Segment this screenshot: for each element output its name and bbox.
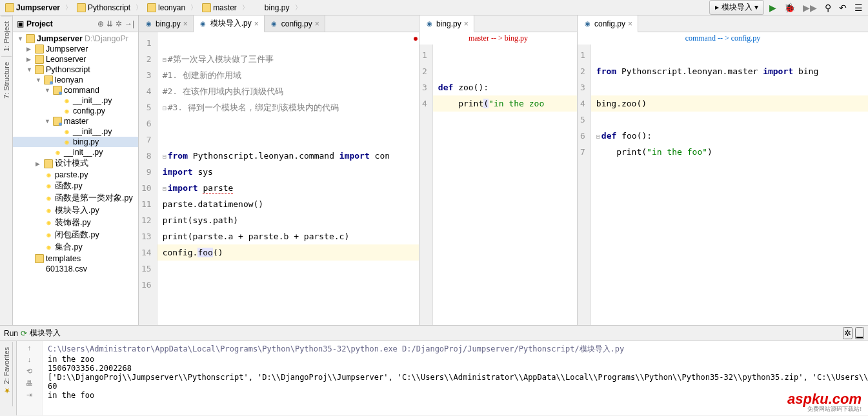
breadcrumb-item[interactable]: Jumpserver xyxy=(3,2,63,14)
code-line[interactable]: print("in the foo") xyxy=(591,144,868,160)
tree-item[interactable]: config.py xyxy=(13,106,138,116)
close-icon[interactable]: × xyxy=(315,19,319,28)
code-line[interactable]: ⊟#第一次导入模块做了三件事 xyxy=(157,51,419,67)
code-line[interactable]: config.foo() xyxy=(157,244,419,261)
code-line[interactable]: def zoo(): xyxy=(433,79,577,95)
code-content[interactable]: from Pythonscript.leonyan.master import … xyxy=(591,45,868,325)
settings-button[interactable]: ☰ xyxy=(852,1,865,14)
code-line[interactable] xyxy=(591,112,868,128)
search-button[interactable]: ⚲ xyxy=(822,1,834,14)
tree-item[interactable]: 闭包函数.py xyxy=(13,229,138,241)
tree-item[interactable]: 装饰器.py xyxy=(13,217,138,229)
code-line[interactable]: #2. 在该作用域内执行顶级代码 xyxy=(157,83,419,99)
print-icon[interactable]: 🖶 xyxy=(26,379,33,387)
breadcrumb-item[interactable]: bing.py xyxy=(251,2,292,14)
editor-tab[interactable]: ◉config.py× xyxy=(265,15,325,32)
code-editor[interactable]: 1234567 from Pythonscript.leonyan.master… xyxy=(578,45,868,325)
code-editor[interactable]: 1234 def zoo(): print("in the zoo xyxy=(419,45,577,325)
tree-item[interactable]: __init__.py xyxy=(13,95,138,106)
tree-item[interactable]: ▼command xyxy=(13,85,138,95)
code-editor[interactable]: 12345678910111213141516 ●⊟#第一次导入模块做了三件事#… xyxy=(139,32,419,325)
code-line[interactable] xyxy=(591,47,868,63)
tree-item[interactable]: ▼leonyan xyxy=(13,75,138,85)
minimize-icon[interactable]: ▁ xyxy=(855,327,864,339)
debug-button[interactable]: 🐞 xyxy=(782,1,798,14)
run-button[interactable]: ▶ xyxy=(767,1,779,14)
editor-tab[interactable]: ◉config.py× xyxy=(578,15,638,32)
code-content[interactable]: ●⊟#第一次导入模块做了三件事#1. 创建新的作用域#2. 在该作用域内执行顶级… xyxy=(157,32,419,325)
scroll-icon[interactable]: ⇥ xyxy=(26,391,32,399)
code-line[interactable]: ⊟from Pythonscript.leonyan.command impor… xyxy=(157,148,419,164)
breadcrumb-item[interactable]: leonyan xyxy=(145,2,188,14)
tree-item[interactable]: templates xyxy=(13,253,138,264)
code-line[interactable] xyxy=(433,63,577,79)
code-line[interactable]: print(parste.a + parste.b + parste.c) xyxy=(157,228,419,244)
project-tool-tab[interactable]: 1: Project xyxy=(1,15,12,56)
editor-tab[interactable]: ◉模块导入.py× xyxy=(194,15,265,32)
close-icon[interactable]: × xyxy=(628,19,632,28)
tree-item[interactable]: __init__.py xyxy=(13,126,138,137)
down-icon[interactable]: ↓ xyxy=(28,355,32,363)
tree-item[interactable]: ▶Leonserver xyxy=(13,54,138,64)
tree-item[interactable]: 函数是第一类对象.py xyxy=(13,192,138,204)
code-content[interactable]: def zoo(): print("in the zoo xyxy=(433,45,577,325)
code-line[interactable]: #1. 创建新的作用域 xyxy=(157,67,419,83)
structure-tool-tab[interactable]: 7: Structure xyxy=(1,56,12,104)
editor-tab[interactable]: ◉bing.py× xyxy=(139,15,194,32)
tree-item[interactable]: ▼master xyxy=(13,116,138,126)
code-line[interactable] xyxy=(157,261,419,277)
tree-item[interactable]: 601318.csv xyxy=(13,264,138,274)
code-line[interactable] xyxy=(433,47,577,63)
tree-item[interactable]: 集合.py xyxy=(13,241,138,253)
up-icon[interactable]: ↑ xyxy=(28,344,32,352)
code-line[interactable]: ⊟import parste xyxy=(157,180,419,196)
code-line[interactable]: import sys xyxy=(157,164,419,180)
close-icon[interactable]: × xyxy=(254,19,259,28)
tree-arrow-icon[interactable]: ▶ xyxy=(35,161,42,167)
tree-item[interactable]: ▶Jumpserver xyxy=(13,44,138,54)
tree-arrow-icon[interactable]: ▶ xyxy=(26,56,33,63)
tree-item[interactable]: ▼Jumpserver D:\DjangoPr xyxy=(13,34,138,44)
code-line[interactable] xyxy=(157,35,419,51)
tree-arrow-icon[interactable]: ▼ xyxy=(45,118,51,124)
wrap-icon[interactable]: ⟲ xyxy=(26,367,32,375)
code-line[interactable] xyxy=(157,277,419,293)
gear-icon[interactable]: ✲ xyxy=(843,327,853,339)
close-icon[interactable]: × xyxy=(464,19,469,28)
tree-arrow-icon[interactable]: ▼ xyxy=(45,87,51,94)
code-line[interactable] xyxy=(157,115,419,132)
code-line[interactable]: parste.datatimenow() xyxy=(157,196,419,212)
back-button[interactable]: ↶ xyxy=(836,1,849,14)
close-icon[interactable]: × xyxy=(183,19,188,28)
code-line[interactable]: ⊟def foo(): xyxy=(591,128,868,144)
code-line[interactable]: print("in the zoo xyxy=(433,95,577,112)
breadcrumb-item[interactable]: Pythonscript xyxy=(74,2,133,14)
code-line[interactable]: from Pythonscript.leonyan.master import … xyxy=(591,63,868,79)
code-line[interactable]: ⊟#3. 得到一个模块名，绑定到该模块内的代码 xyxy=(157,99,419,115)
favorites-tool-tab[interactable]: ★ 2: Favorites xyxy=(1,342,12,400)
editor-tab[interactable]: ◉bing.py× xyxy=(419,15,474,32)
scroll-from-source-icon[interactable]: ⊕ xyxy=(97,19,104,28)
gear-icon[interactable]: ✲ xyxy=(116,19,122,28)
code-line[interactable] xyxy=(157,132,419,148)
tree-item[interactable]: 函数.py xyxy=(13,180,138,192)
code-line[interactable] xyxy=(591,79,868,95)
tree-item[interactable]: __init__.py xyxy=(13,147,138,157)
tree-item[interactable]: bing.py xyxy=(13,137,138,147)
stop-button[interactable]: ▶▶ xyxy=(800,1,820,14)
hide-icon[interactable]: →| xyxy=(125,19,134,28)
tree-arrow-icon[interactable]: ▼ xyxy=(35,77,42,83)
collapse-icon[interactable]: ⇊ xyxy=(106,19,113,28)
project-tree[interactable]: ▼Jumpserver D:\DjangoPr▶Jumpserver▶Leons… xyxy=(13,32,138,325)
tree-arrow-icon[interactable]: ▼ xyxy=(17,35,24,42)
tree-item[interactable]: parste.py xyxy=(13,170,138,180)
code-line[interactable]: print(sys.path) xyxy=(157,212,419,228)
tree-item[interactable]: 模块导入.py xyxy=(13,204,138,217)
tree-item[interactable]: ▼Pythonscript xyxy=(13,64,138,75)
breadcrumb-item[interactable]: master xyxy=(199,2,239,14)
tree-item[interactable]: ▶设计模式 xyxy=(13,157,138,170)
console-output[interactable]: C:\Users\Administrator\AppData\Local\Pro… xyxy=(43,341,868,415)
tree-arrow-icon[interactable]: ▶ xyxy=(26,46,33,52)
tree-arrow-icon[interactable]: ▼ xyxy=(26,66,33,73)
run-config-selector[interactable]: ▸ 模块导入 ▾ xyxy=(709,0,764,15)
